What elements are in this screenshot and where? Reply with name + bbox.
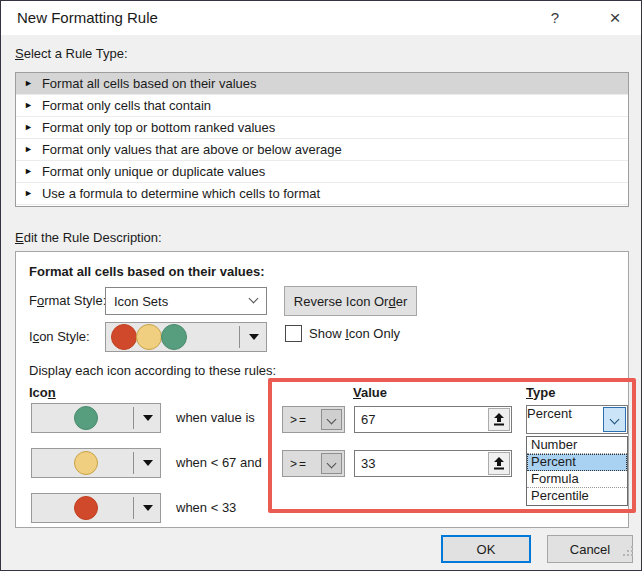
type-column-header: Type [526,385,555,400]
operator-dropdown-1[interactable]: >= [282,406,345,433]
cancel-button-label: Cancel [570,542,610,557]
up-arrow-bar-icon [493,457,505,470]
arrow-bullet-icon: ► [24,123,33,132]
show-icon-only-label: Show Icon Only [309,326,400,341]
triangle-down-icon [143,460,153,466]
icon-column-header: Icon [29,385,56,400]
format-style-dropdown[interactable]: Icon Sets [105,287,267,315]
edit-rule-description-label: Edit the Rule Description: [15,230,162,245]
ok-button-label: OK [477,542,496,557]
green-circle-icon [161,324,187,350]
close-icon[interactable]: × [593,1,637,35]
condition-label-2: when < 67 and [176,455,262,470]
rule-type-item-label: Format all cells based on their values [42,76,257,91]
type-option-formula[interactable]: Formula [527,471,627,488]
chevron-down-icon [327,415,337,425]
operator-value: >= [290,413,308,427]
value-input-1[interactable] [355,407,485,432]
divider [133,497,134,519]
collapse-dialog-button[interactable] [488,408,510,431]
value-input-2[interactable] [355,451,485,476]
help-icon[interactable]: ? [533,1,577,35]
format-style-value: Icon Sets [114,294,168,309]
panel-heading: Format all cells based on their values: [29,264,265,279]
arrow-bullet-icon: ► [24,167,33,176]
type-option-percent[interactable]: Percent [527,454,627,471]
arrow-bullet-icon: ► [24,101,33,110]
resize-grip[interactable] [623,554,625,556]
divider [239,326,240,348]
type-dropdown-list: Number Percent Formula Percentile [526,436,628,506]
collapse-dialog-button[interactable] [488,452,510,475]
up-arrow-bar-icon [493,413,505,426]
format-style-label: Format Style: [29,293,106,308]
chevron-down-icon [327,459,337,469]
divider [133,407,134,429]
reverse-icon-order-button[interactable]: Reverse Icon Order [284,286,417,316]
yellow-circle-icon [74,451,98,475]
rule-type-listbox: ► Format all cells based on their values… [15,72,629,207]
rule-type-item-5[interactable]: ► Use a formula to determine which cells… [16,183,628,205]
rule-type-item-0[interactable]: ► Format all cells based on their values [16,73,628,95]
arrow-bullet-icon: ► [24,79,33,88]
yellow-circle-icon [136,324,162,350]
new-formatting-rule-dialog: New Formatting Rule ? × Select a Rule Ty… [0,0,642,571]
cancel-button[interactable]: Cancel [547,535,633,563]
triangle-down-icon [249,334,259,340]
operator-dropdown-2[interactable]: >= [282,450,345,477]
green-circle-icon [74,406,98,430]
type-dropdown[interactable]: Percent [526,405,628,434]
value-column-header: Value [353,385,387,400]
value-input-box-1 [354,406,512,433]
rule-type-item-2[interactable]: ► Format only top or bottom ranked value… [16,117,628,139]
icon-dropdown-green[interactable] [31,403,161,433]
type-option-percentile[interactable]: Percentile [527,488,627,505]
triangle-down-icon [143,505,153,511]
rule-type-item-label: Format only cells that contain [42,98,211,113]
rule-type-item-3[interactable]: ► Format only values that are above or b… [16,139,628,161]
arrow-bullet-icon: ► [24,189,33,198]
rule-type-item-label: Format only top or bottom ranked values [42,120,275,135]
icon-style-dropdown[interactable] [105,322,267,352]
rule-type-item-4[interactable]: ► Format only unique or duplicate values [16,161,628,183]
type-option-number[interactable]: Number [527,437,627,454]
divider [133,452,134,474]
arrow-bullet-icon: ► [24,145,33,154]
select-rule-type-label: Select a Rule Type: [15,46,128,61]
red-circle-icon [111,324,137,350]
show-icon-only-checkbox[interactable] [285,325,302,342]
value-input-box-2 [354,450,512,477]
condition-label-1: when value is [176,410,255,425]
condition-label-3: when < 33 [176,500,236,515]
red-circle-icon [74,496,98,520]
type-value: Percent [527,406,572,421]
rule-type-item-1[interactable]: ► Format only cells that contain [16,95,628,117]
triangle-down-icon [143,415,153,421]
titlebar: New Formatting Rule ? × [1,1,641,35]
ok-button[interactable]: OK [441,535,531,563]
rule-type-item-label: Format only values that are above or bel… [42,142,342,157]
chevron-down-icon [249,294,259,304]
rule-type-item-label: Format only unique or duplicate values [42,164,265,179]
icon-dropdown-red[interactable] [31,493,161,523]
rules-caption: Display each icon according to these rul… [29,363,276,378]
operator-value: >= [290,457,308,471]
dialog-title: New Formatting Rule [17,9,158,26]
rule-type-item-label: Use a formula to determine which cells t… [42,186,320,201]
icon-style-label: Icon Style: [29,329,90,344]
icon-dropdown-yellow[interactable] [31,448,161,478]
chevron-down-icon [610,415,620,425]
